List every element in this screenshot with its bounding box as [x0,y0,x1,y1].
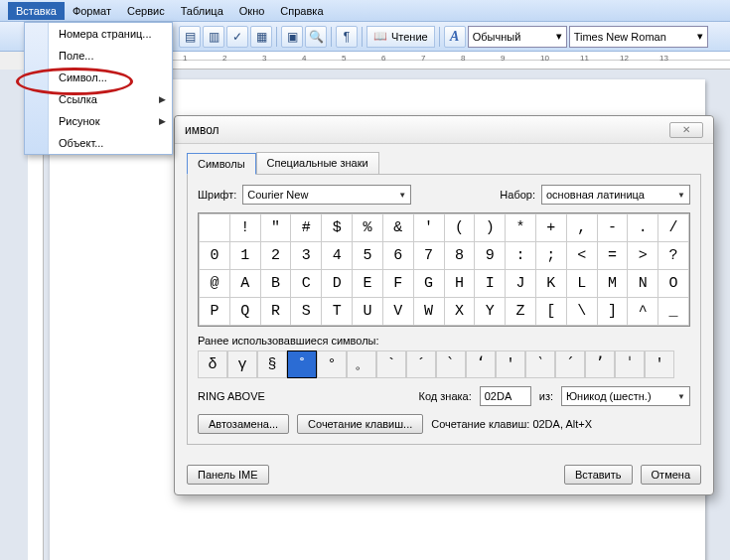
char-cell[interactable]: 1 [229,242,260,270]
char-cell[interactable]: @ [200,270,230,298]
recent-char[interactable]: ‵ [525,350,555,378]
char-cell[interactable]: - [597,214,628,242]
pilcrow-btn[interactable]: ¶ [336,26,358,48]
char-cell[interactable] [200,214,230,242]
menu-item-page-numbers[interactable]: Номера страниц... [53,23,172,45]
ime-panel-button[interactable]: Панель IME [187,465,269,485]
reading-mode-btn[interactable]: 📖Чтение [366,26,435,48]
char-cell[interactable]: , [566,214,597,242]
menu-item-link[interactable]: Ссылка▶ [53,88,172,110]
styles-icon[interactable]: A [444,26,466,48]
char-cell[interactable]: B [260,270,291,298]
encoding-select[interactable]: Юникод (шестн.)▼ [561,386,690,406]
char-cell[interactable]: E [353,270,383,298]
char-cell[interactable]: . [628,214,658,242]
char-cell[interactable]: ' [413,214,444,242]
char-cell[interactable]: N [628,270,658,298]
char-cell[interactable]: 2 [260,242,291,270]
recent-char[interactable]: ʼ [585,350,615,378]
char-cell[interactable]: C [291,270,322,298]
char-cell[interactable]: ; [535,242,566,270]
recent-char[interactable]: ` [376,350,406,378]
char-cell[interactable]: Y [475,298,506,326]
recent-char[interactable]: ˋ [436,350,466,378]
recent-char[interactable]: ° [317,350,347,378]
char-cell[interactable]: Z [506,298,536,326]
menu-window[interactable]: Окно [231,2,273,20]
recent-char[interactable]: δ [198,350,227,378]
char-cell[interactable]: ^ [628,298,658,326]
char-cell[interactable]: S [291,298,322,326]
char-cell[interactable]: / [658,214,689,242]
char-cell[interactable]: # [291,214,322,242]
char-cell[interactable]: K [535,270,566,298]
char-cell[interactable]: % [353,214,383,242]
char-cell[interactable]: L [566,270,597,298]
code-input[interactable] [480,386,531,406]
char-cell[interactable]: O [658,270,689,298]
menu-item-object[interactable]: Объект... [53,132,172,154]
char-cell[interactable]: 9 [475,242,506,270]
char-cell[interactable]: " [260,214,291,242]
char-cell[interactable]: H [444,270,475,298]
char-cell[interactable]: G [413,270,444,298]
char-cell[interactable]: * [506,214,536,242]
char-cell[interactable]: \ [566,298,597,326]
char-cell[interactable]: R [260,298,291,326]
char-cell[interactable]: _ [658,298,689,326]
char-cell[interactable]: 7 [413,242,444,270]
char-cell[interactable]: T [322,298,353,326]
char-cell[interactable]: ! [229,214,260,242]
recent-char[interactable]: ʻ [466,350,496,378]
recent-char[interactable]: ˚ [287,350,317,378]
char-cell[interactable]: I [475,270,506,298]
recent-char[interactable]: ˊ [555,350,585,378]
char-cell[interactable]: P [200,298,230,326]
menu-format[interactable]: Формат [65,2,119,20]
char-cell[interactable]: $ [322,214,353,242]
char-cell[interactable]: & [382,214,413,242]
char-cell[interactable]: + [535,214,566,242]
shortcut-button[interactable]: Сочетание клавиш... [297,414,423,434]
char-cell[interactable]: 8 [444,242,475,270]
char-cell[interactable]: ? [658,242,689,270]
menu-help[interactable]: Справка [272,2,331,20]
char-cell[interactable]: : [506,242,536,270]
tab-special[interactable]: Специальные знаки [256,152,379,174]
char-cell[interactable]: > [628,242,658,270]
recent-char[interactable]: § [257,350,287,378]
menu-item-field[interactable]: Поле... [53,45,172,67]
char-cell[interactable]: W [413,298,444,326]
char-cell[interactable]: F [382,270,413,298]
char-cell[interactable]: Q [229,298,260,326]
char-cell[interactable]: X [444,298,475,326]
recent-char[interactable]: ' [645,350,674,378]
char-cell[interactable]: V [382,298,413,326]
toolbar-btn[interactable]: ▤ [179,26,201,48]
char-cell[interactable]: 4 [322,242,353,270]
recent-char[interactable]: ´ [406,350,436,378]
cancel-button[interactable]: Отмена [641,465,701,485]
char-cell[interactable]: 5 [353,242,383,270]
close-button[interactable]: ✕ [669,122,703,138]
toolbar-btn[interactable]: ✓ [226,26,248,48]
character-grid[interactable]: !"#$%&'()*+,-./0123456789:;<=>?@ABCDEFGH… [198,212,690,327]
font-select[interactable]: Courier New▼ [242,185,411,205]
toolbar-btn[interactable]: ▦ [250,26,272,48]
char-cell[interactable]: A [229,270,260,298]
font-combo[interactable]: Times New Roman▾ [569,26,708,48]
char-cell[interactable]: ) [475,214,506,242]
recent-char[interactable]: ′ [496,350,525,378]
char-cell[interactable]: < [566,242,597,270]
char-cell[interactable]: 6 [382,242,413,270]
char-cell[interactable]: ( [444,214,475,242]
recent-char[interactable]: γ [227,350,257,378]
subset-select[interactable]: основная латиница▼ [541,185,690,205]
menu-table[interactable]: Таблица [173,2,231,20]
char-cell[interactable]: 0 [200,242,230,270]
char-cell[interactable]: J [506,270,536,298]
toolbar-btn[interactable]: 🔍 [305,26,327,48]
recent-char[interactable]: ˈ [615,350,645,378]
char-cell[interactable]: M [597,270,628,298]
insert-button[interactable]: Вставить [564,465,633,485]
